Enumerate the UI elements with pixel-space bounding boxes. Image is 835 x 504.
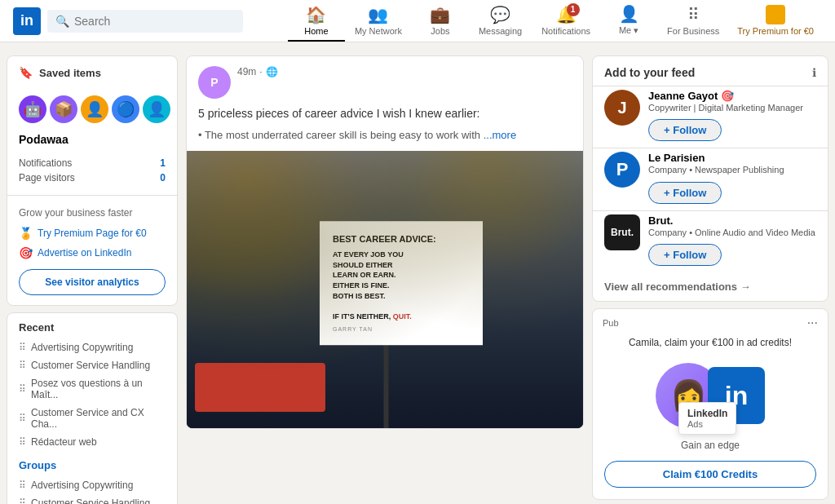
follow-button-jeanne[interactable]: + Follow: [648, 119, 722, 141]
nav-item-notifications[interactable]: 🔔 1 Notifications: [532, 0, 600, 42]
ad-options-button[interactable]: ···: [807, 316, 818, 330]
notification-badge: 1: [567, 3, 580, 16]
ad-images: 👩 in LinkedIn Ads: [593, 355, 828, 436]
premium-avatar: [766, 5, 785, 24]
recent-item-4[interactable]: ⠿ Customer Service and CX Cha...: [7, 404, 177, 433]
main-layout: 🔖 Saved items 🤖 📦 👤 🔵 👤 Podawaa Notifica…: [0, 42, 835, 504]
tooltip-title: LinkedIn: [687, 408, 727, 419]
saved-items-label: Saved items: [39, 67, 101, 79]
info-icon[interactable]: ℹ: [812, 66, 816, 79]
jobs-icon: 💼: [430, 5, 450, 24]
bus-shape: [195, 363, 325, 412]
nav-item-network[interactable]: 👥 My Network: [345, 0, 412, 42]
bookmark-icon: 🔖: [19, 66, 33, 79]
notifications-stat-row[interactable]: Notifications 1: [19, 156, 166, 170]
feed-header: Add to your feed ℹ: [593, 56, 828, 86]
recent-card: Recent ⠿ Advertising Copywriting ⠿ Custo…: [7, 312, 178, 504]
post-bullet: • The most underrated career skill is be…: [198, 129, 572, 141]
add-to-feed-card: Add to your feed ℹ J Jeanne Gayot 🎯 Copy…: [592, 55, 828, 302]
messaging-icon: 💬: [490, 5, 510, 24]
nav-item-business-label: For Business: [667, 26, 719, 36]
saved-items-link[interactable]: 🔖 Saved items: [7, 56, 177, 89]
sidebar-stats: Notifications 1 Page visitors 0: [7, 153, 177, 192]
recent-item-1[interactable]: ⠿ Advertising Copywriting: [7, 338, 177, 356]
notifications-icon: 🔔 1: [556, 5, 577, 24]
ad-card: Pub ··· Camila, claim your €100 in ad cr…: [592, 308, 828, 500]
post-header: P 49m · 🌐: [187, 56, 583, 105]
group-icon-g2: ⠿: [19, 497, 26, 504]
follow-button-leParisien[interactable]: + Follow: [648, 182, 722, 204]
group-item-1[interactable]: ⠿ Advertising Copywriting: [7, 476, 177, 494]
linkedin-logo[interactable]: in: [13, 7, 41, 35]
nav-item-business[interactable]: ⠿ For Business: [657, 0, 729, 42]
recent-item-3[interactable]: ⠿ Posez vos questions à un Maît...: [7, 374, 177, 404]
premium-icon: 🏅: [19, 227, 33, 240]
group-icon-2: ⠿: [19, 360, 26, 371]
premium-label: Try Premium for €0: [737, 26, 814, 36]
tooltip-sub: Ads: [687, 419, 727, 429]
visitors-stat-value: 0: [160, 172, 166, 183]
ads-tooltip: LinkedIn Ads: [678, 402, 736, 435]
groups-title[interactable]: Groups: [7, 451, 177, 476]
avatar-leParisien: P: [604, 152, 640, 188]
nav-items: 🏠 Home 👥 My Network 💼 Jobs 💬 Messaging 🔔…: [288, 0, 822, 42]
divider-1: [7, 195, 177, 196]
person-title-brut: Company • Online Audio and Video Media: [648, 227, 816, 239]
pub-label: Pub: [603, 318, 619, 328]
person-brut: Brut. Brut. Company • Online Audio and V…: [593, 210, 828, 272]
claim-credits-button[interactable]: Claim €100 Credits: [604, 461, 816, 488]
follow-button-brut[interactable]: + Follow: [648, 244, 722, 266]
nav-item-notifications-label: Notifications: [541, 26, 590, 36]
group-item-2[interactable]: ⠿ Customer Service Handling: [7, 494, 177, 504]
profile-images-row: 🤖 📦 👤 🔵 👤: [7, 89, 177, 133]
more-link[interactable]: ...more: [484, 129, 516, 141]
nav-item-jobs-label: Jobs: [431, 26, 449, 36]
recent-item-2[interactable]: ⠿ Customer Service Handling: [7, 356, 177, 374]
nav-item-me[interactable]: 👤 Me ▾: [600, 0, 657, 42]
search-input[interactable]: [74, 15, 235, 28]
person-info-brut: Brut. Company • Online Audio and Video M…: [648, 214, 816, 266]
post-main-text: 5 priceless pieces of career advice I wi…: [198, 105, 572, 122]
recent-item-5[interactable]: ⠿ Rédacteur web: [7, 433, 177, 451]
post-image-inner: BEST CAREER ADVICE: AT EVERY JOB YOU SHO…: [187, 151, 583, 428]
person-name-jeanne: Jeanne Gayot 🎯: [648, 90, 816, 102]
profile-icon-3: 👤: [81, 95, 108, 123]
visitor-analytics-button[interactable]: See visitor analytics: [19, 269, 166, 295]
billboard-title: BEST CAREER ADVICE:: [333, 234, 470, 245]
saved-items-card: 🔖 Saved items 🤖 📦 👤 🔵 👤 Podawaa Notifica…: [7, 55, 178, 306]
person-name-brut: Brut.: [648, 214, 816, 227]
group-icon-4: ⠿: [19, 413, 26, 424]
visitors-stat-row[interactable]: Page visitors 0: [19, 170, 166, 185]
post-card: P 49m · 🌐 5 priceless pieces of career a…: [186, 55, 584, 429]
notifications-stat-label: Notifications: [19, 157, 72, 169]
nav-item-messaging[interactable]: 💬 Messaging: [469, 0, 532, 42]
post-content: 5 priceless pieces of career advice I wi…: [187, 105, 583, 151]
nav-item-jobs[interactable]: 💼 Jobs: [412, 0, 469, 42]
recent-title: Recent: [7, 313, 177, 338]
view-all-recommendations[interactable]: View all recommendations →: [593, 272, 828, 301]
post-author-avatar: P: [198, 66, 231, 99]
nav-item-premium[interactable]: Try Premium for €0: [729, 0, 822, 42]
group-icon-5: ⠿: [19, 436, 26, 448]
premium-page-link[interactable]: 🏅 Try Premium Page for €0: [7, 223, 177, 243]
search-bar[interactable]: 🔍: [47, 10, 243, 33]
premium-page-label: Try Premium Page for €0: [38, 228, 147, 239]
group-icon-g1: ⠿: [19, 480, 26, 491]
ad-claim-text: Camila, claim your €100 in ad credits!: [593, 334, 828, 355]
post-image: BEST CAREER ADVICE: AT EVERY JOB YOU SHO…: [187, 151, 583, 428]
top-navigation: in 🔍 🏠 Home 👥 My Network 💼 Jobs 💬 Messag…: [0, 0, 835, 42]
group-icon-3: ⠿: [19, 383, 26, 395]
profile-icon-4: 🔵: [112, 95, 139, 123]
person-name-leParisien: Le Parisien: [648, 152, 816, 164]
person-leParisien: P Le Parisien Company • Newspaper Publis…: [593, 148, 828, 210]
ad-card-header: Pub ···: [593, 309, 828, 334]
nav-item-home[interactable]: 🏠 Home: [288, 0, 345, 42]
advertise-link[interactable]: 🎯 Advertise on LinkedIn: [7, 243, 177, 263]
left-sidebar: 🔖 Saved items 🤖 📦 👤 🔵 👤 Podawaa Notifica…: [7, 55, 178, 504]
ad-gain-text: Gain an edge: [593, 436, 828, 454]
home-icon: 🏠: [306, 5, 326, 24]
profile-icon-2: 📦: [50, 95, 77, 123]
advertise-icon: 🎯: [19, 246, 33, 259]
advertise-label: Advertise on LinkedIn: [38, 247, 131, 259]
right-sidebar: Add to your feed ℹ J Jeanne Gayot 🎯 Copy…: [592, 55, 828, 504]
